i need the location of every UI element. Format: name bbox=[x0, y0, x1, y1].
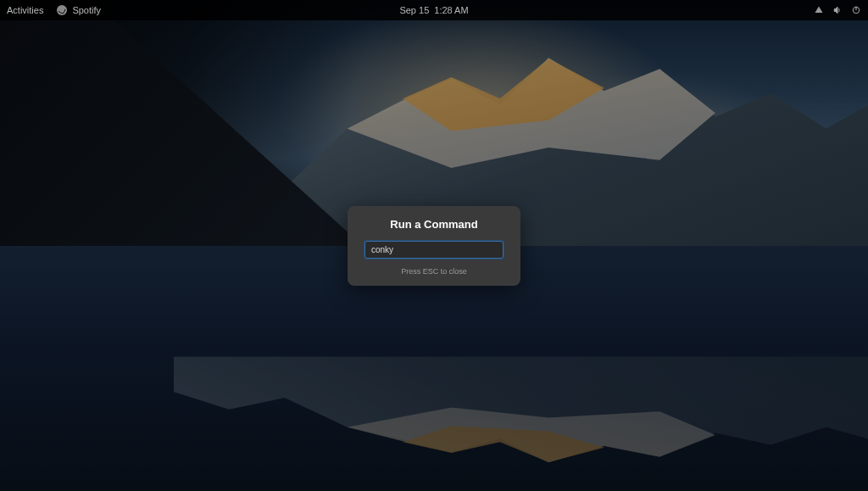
current-app-indicator[interactable]: Spotify bbox=[57, 5, 101, 15]
activities-button[interactable]: Activities bbox=[7, 5, 43, 15]
current-app-label: Spotify bbox=[72, 5, 101, 15]
dialog-hint: Press ESC to close bbox=[364, 267, 504, 276]
spotify-icon bbox=[57, 5, 67, 15]
top-bar-left: Activities Spotify bbox=[7, 5, 101, 15]
clock[interactable]: Sep 15 1:28 AM bbox=[399, 5, 468, 15]
dialog-title: Run a Command bbox=[364, 218, 504, 231]
volume-icon bbox=[832, 5, 843, 15]
clock-date: Sep 15 bbox=[399, 5, 429, 15]
power-icon bbox=[851, 5, 861, 15]
command-input[interactable] bbox=[364, 241, 504, 259]
run-command-dialog: Run a Command Press ESC to close bbox=[348, 206, 520, 286]
clock-time: 1:28 AM bbox=[434, 5, 468, 15]
top-bar: Activities Spotify Sep 15 1:28 AM bbox=[0, 0, 868, 20]
network-icon bbox=[814, 5, 824, 15]
system-tray[interactable] bbox=[814, 5, 861, 15]
